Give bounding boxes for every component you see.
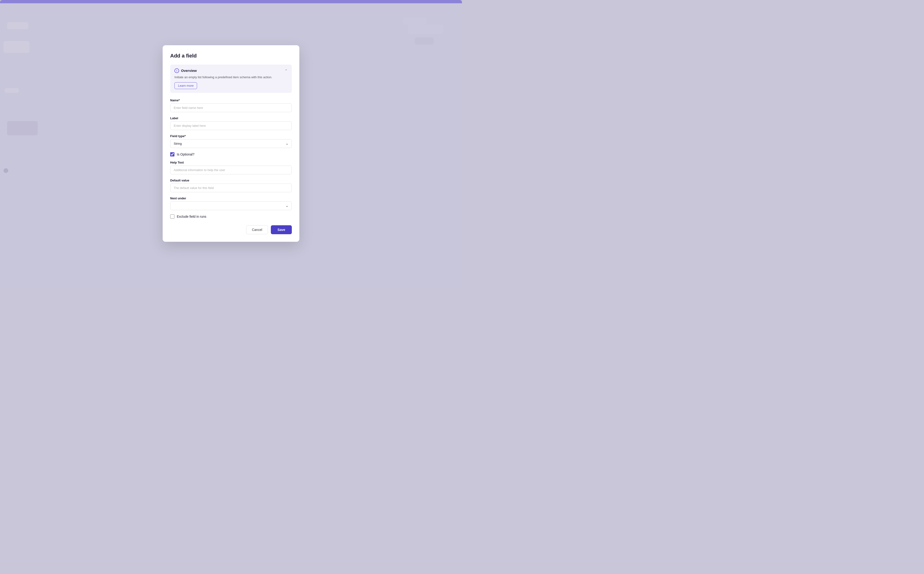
exclude-field-checkbox[interactable] — [170, 214, 174, 219]
name-label: Name* — [170, 98, 292, 102]
field-type-label: Field type* — [170, 134, 292, 138]
help-text-input[interactable] — [170, 166, 292, 174]
modal-overlay: Add a field i Overview ⌃ Initiate an emp… — [0, 0, 462, 287]
overview-header: i Overview ⌃ — [174, 68, 287, 73]
name-input[interactable] — [170, 103, 292, 112]
overview-description: Initiate an empty list following a prede… — [174, 75, 287, 80]
save-button[interactable]: Save — [271, 225, 292, 234]
label-input[interactable] — [170, 121, 292, 130]
field-type-group: Field type* String Number Boolean Date O… — [170, 134, 292, 148]
cancel-button[interactable]: Cancel — [246, 225, 268, 234]
exclude-field-row: Exclude field in runs — [170, 214, 292, 219]
default-value-input[interactable] — [170, 184, 292, 192]
default-value-group: Default value — [170, 178, 292, 192]
name-field-group: Name* — [170, 98, 292, 112]
exclude-field-label[interactable]: Exclude field in runs — [177, 214, 206, 218]
overview-header-left: i Overview — [174, 68, 197, 73]
default-value-label: Default value — [170, 178, 292, 182]
modal-title: Add a field — [170, 53, 292, 59]
modal-footer: Cancel Save — [170, 225, 292, 234]
help-text-group: Help Text — [170, 161, 292, 174]
field-type-select[interactable]: String Number Boolean Date Object Array — [170, 139, 292, 148]
collapse-icon[interactable]: ⌃ — [285, 69, 287, 73]
is-optional-label[interactable]: Is Optional? — [177, 153, 194, 156]
nest-under-group: Nest under — [170, 197, 292, 210]
nest-under-label: Nest under — [170, 197, 292, 200]
is-optional-row: Is Optional? — [170, 152, 292, 156]
nest-under-select-wrapper — [170, 202, 292, 210]
field-type-select-wrapper: String Number Boolean Date Object Array — [170, 139, 292, 148]
info-icon: i — [174, 68, 179, 73]
add-field-modal: Add a field i Overview ⌃ Initiate an emp… — [163, 45, 299, 242]
nest-under-select[interactable] — [170, 202, 292, 210]
learn-more-button[interactable]: Learn more — [174, 82, 197, 89]
label-field-group: Label — [170, 117, 292, 130]
is-optional-checkbox[interactable] — [170, 152, 174, 156]
help-text-label: Help Text — [170, 161, 292, 164]
overview-section: i Overview ⌃ Initiate an empty list foll… — [170, 65, 292, 93]
label-label: Label — [170, 117, 292, 120]
overview-title: Overview — [181, 69, 197, 73]
